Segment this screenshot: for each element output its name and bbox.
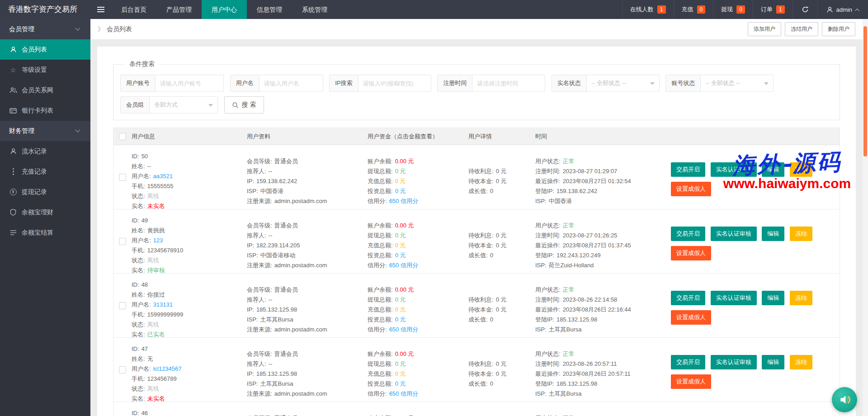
search-button[interactable]: 搜 索 — [224, 96, 264, 113]
stat-withdraw[interactable]: 提现 0 — [713, 0, 753, 19]
freeze-user-button[interactable]: 冻结用户 — [785, 22, 818, 36]
row-checkbox[interactable] — [119, 366, 126, 373]
realname-status-select[interactable]: -- 全部状态 -- — [587, 75, 659, 91]
user-profile-cell: 会员等级:普通会员 推荐人:-- IP:185.132.125.98 ISP:土… — [247, 344, 368, 395]
username-input[interactable] — [259, 75, 323, 91]
freeze-button[interactable]: 冻结 — [790, 227, 812, 241]
menu-item-dashboard[interactable]: 后台首页 — [111, 0, 156, 19]
menu-item-system[interactable]: 系统管理 — [292, 0, 337, 19]
invest-total[interactable]: 0 元 — [395, 380, 406, 387]
invest-total[interactable]: 0 元 — [395, 316, 406, 323]
set-fake-user-button[interactable]: 设置成假人 — [671, 182, 711, 196]
refresh-icon[interactable] — [793, 0, 817, 19]
sidebar-item-member-network[interactable]: 会员关系网 — [0, 80, 90, 100]
invest-total[interactable]: 0 元 — [395, 252, 406, 259]
edit-button[interactable]: 编辑 — [762, 162, 784, 177]
row-checkbox[interactable] — [119, 174, 126, 181]
edit-button[interactable]: 编辑 — [762, 355, 784, 369]
withdraw-total[interactable]: 0 元 — [395, 296, 406, 303]
time-cell: 用户状态:正常 注册时间:2023-08-27 01:29:07 最近操作:20… — [535, 151, 671, 203]
user-id: 50 — [142, 153, 148, 160]
recharge-total[interactable]: 0 元 — [395, 370, 406, 377]
field-ip-search: IP搜索 — [329, 75, 431, 92]
account-status-select[interactable]: -- 全部状态 -- — [701, 75, 773, 91]
stat-recharge[interactable]: 充值 0 — [674, 0, 713, 19]
invest-total[interactable]: 0 元 — [395, 188, 406, 194]
ip-search-input[interactable] — [359, 75, 431, 91]
table-header: 用户信息 用户资料 用户资金（点击金额查看） 用户详情 时间 — [113, 128, 840, 145]
credit-score-link[interactable]: 650 信用分 — [389, 198, 418, 204]
menu-item-information[interactable]: 信息管理 — [247, 0, 292, 19]
select-all-checkbox[interactable] — [119, 133, 126, 140]
freeze-button[interactable]: 冻结 — [790, 355, 812, 369]
credit-score-link[interactable]: 650 信用分 — [389, 262, 418, 269]
register-source: admin.postadm.com — [274, 198, 327, 204]
trade-toggle-button[interactable]: 交易开启 — [671, 291, 705, 305]
sidebar-item-bank-cards[interactable]: 银行卡列表 — [0, 100, 90, 121]
realname-audit-button[interactable]: 实名认证审核 — [711, 227, 757, 241]
trade-toggle-button[interactable]: 交易开启 — [671, 162, 705, 177]
username-link[interactable]: aa3521 — [153, 173, 173, 180]
withdraw-total[interactable]: 0 元 — [395, 168, 406, 175]
withdraw-total[interactable]: 0 元 — [395, 360, 406, 367]
register-source: admin.postadm.com — [274, 262, 327, 269]
add-user-button[interactable]: 添加用户 — [748, 22, 781, 36]
set-fake-user-button[interactable]: 设置成假人 — [671, 310, 711, 325]
admin-menu[interactable]: admin — [817, 0, 868, 19]
balance-amount[interactable]: 0.00 元 — [395, 286, 414, 293]
sidebar-item-level-settings[interactable]: ☆ 等级设置 — [0, 60, 90, 80]
balance-amount[interactable]: 0.00 元 — [395, 222, 414, 229]
credit-score-link[interactable]: 650 信用分 — [389, 326, 418, 333]
hamburger-menu-icon[interactable] — [90, 0, 111, 19]
username-link[interactable]: 313131 — [153, 301, 173, 308]
last-operation-time: 2023年08月26日 20:57:11 — [563, 370, 631, 377]
sidebar-item-withdraw-records[interactable]: ¥ 提现记录 — [0, 182, 90, 202]
edit-button[interactable]: 编辑 — [762, 291, 784, 305]
yen-circle-icon: ¥ — [10, 189, 17, 195]
user-details-cell: 待收利息:0 元 待收本金:0 元 成长值:0 — [468, 344, 535, 395]
freeze-button[interactable]: 冻结 — [790, 162, 812, 177]
delete-user-button[interactable]: 删除用户 — [822, 22, 855, 36]
realname-audit-button[interactable]: 实名认证审核 — [711, 162, 757, 177]
username-link[interactable]: 123 — [153, 237, 163, 244]
sidebar-group-finance-management[interactable]: 财务管理 — [0, 121, 90, 141]
balance-amount[interactable]: 0.00 元 — [395, 350, 414, 357]
recharge-badge: 0 — [697, 5, 706, 14]
row-checkbox[interactable] — [119, 302, 126, 309]
user-funds-cell: 账户余额:0.00 元 提现总额:0 元 充值总额:0 元 投资总额:0 元 信… — [368, 344, 468, 395]
menu-item-user-center[interactable]: 用户中心 — [202, 0, 247, 19]
balance-amount[interactable]: 0.00 元 — [395, 158, 414, 165]
sound-float-button[interactable] — [832, 387, 857, 412]
member-group-select[interactable]: 全部方式 — [150, 97, 217, 113]
recharge-total[interactable]: 0 元 — [395, 242, 406, 249]
set-fake-user-button[interactable]: 设置成假人 — [671, 374, 711, 389]
withdraw-total[interactable]: 0 元 — [395, 232, 406, 239]
sidebar-item-yuebao-invest[interactable]: 余额宝理财 — [0, 202, 90, 222]
set-fake-user-button[interactable]: 设置成假人 — [671, 246, 711, 260]
caret-down-icon — [208, 104, 213, 107]
realname-audit-button[interactable]: 实名认证审核 — [711, 355, 757, 369]
credit-score-link[interactable]: 650 信用分 — [389, 390, 418, 397]
scrollbar-track[interactable] — [863, 19, 868, 416]
sidebar-item-yuebao-settlement[interactable]: 余额宝结算 — [0, 222, 90, 243]
sidebar-group-member-management[interactable]: 会员管理 — [0, 19, 90, 39]
recharge-total[interactable]: 0 元 — [395, 178, 406, 184]
recharge-total[interactable]: 0 元 — [395, 306, 406, 313]
register-time-input[interactable] — [472, 75, 545, 91]
row-checkbox[interactable] — [119, 238, 126, 245]
stat-online-users[interactable]: 在线人数 1 — [622, 0, 674, 19]
scrollbar-thumb[interactable] — [863, 26, 867, 156]
growth-value: 0 — [490, 380, 493, 387]
user-account-input[interactable] — [156, 75, 223, 91]
freeze-button[interactable]: 冻结 — [790, 291, 812, 305]
sidebar-item-flow-records[interactable]: 流水记录 — [0, 141, 90, 161]
sidebar-item-recharge-records[interactable]: 充值记录 — [0, 161, 90, 182]
username-link[interactable]: lcl1234567 — [153, 365, 182, 372]
trade-toggle-button[interactable]: 交易开启 — [671, 355, 705, 369]
menu-item-products[interactable]: 产品管理 — [156, 0, 202, 19]
sidebar-item-member-list[interactable]: 会员列表 — [0, 39, 90, 60]
realname-audit-button[interactable]: 实名认证审核 — [711, 291, 757, 305]
stat-orders[interactable]: 订单 1 — [753, 0, 793, 19]
edit-button[interactable]: 编辑 — [762, 227, 784, 241]
trade-toggle-button[interactable]: 交易开启 — [671, 227, 705, 241]
